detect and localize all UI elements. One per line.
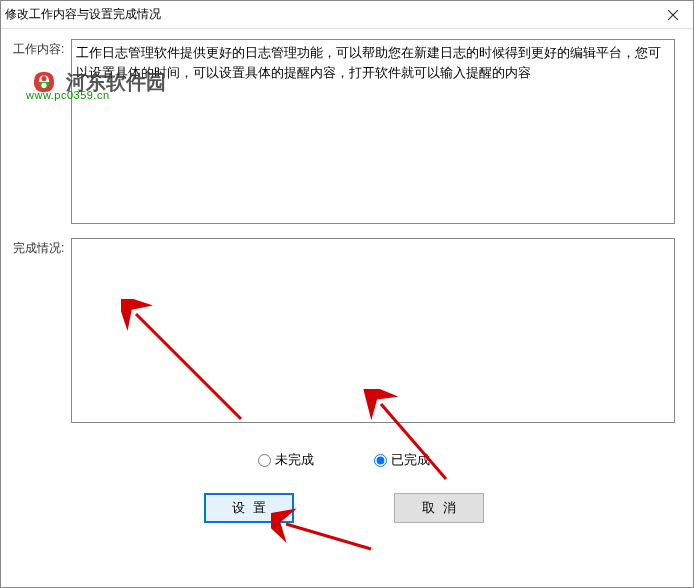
radio-incomplete[interactable]: 未完成 <box>258 451 314 469</box>
radio-complete-label: 已完成 <box>391 451 430 469</box>
cancel-button[interactable]: 取消 <box>394 493 484 523</box>
button-row: 设置 取消 <box>13 493 675 523</box>
radio-complete-input[interactable] <box>374 454 387 467</box>
titlebar: 修改工作内容与设置完成情况 <box>1 1 693 29</box>
close-icon <box>668 10 678 20</box>
radio-incomplete-label: 未完成 <box>275 451 314 469</box>
completion-radio-group: 未完成 已完成 <box>13 451 675 469</box>
svg-line-7 <box>286 524 371 549</box>
status-label: 完成情况: <box>13 238 71 257</box>
set-button[interactable]: 设置 <box>204 493 294 523</box>
window-title: 修改工作内容与设置完成情况 <box>5 6 161 23</box>
status-textarea[interactable] <box>71 238 675 423</box>
work-content-textarea[interactable] <box>71 39 675 224</box>
close-button[interactable] <box>653 1 693 28</box>
work-content-label: 工作内容: <box>13 39 71 58</box>
radio-complete[interactable]: 已完成 <box>374 451 430 469</box>
radio-incomplete-input[interactable] <box>258 454 271 467</box>
